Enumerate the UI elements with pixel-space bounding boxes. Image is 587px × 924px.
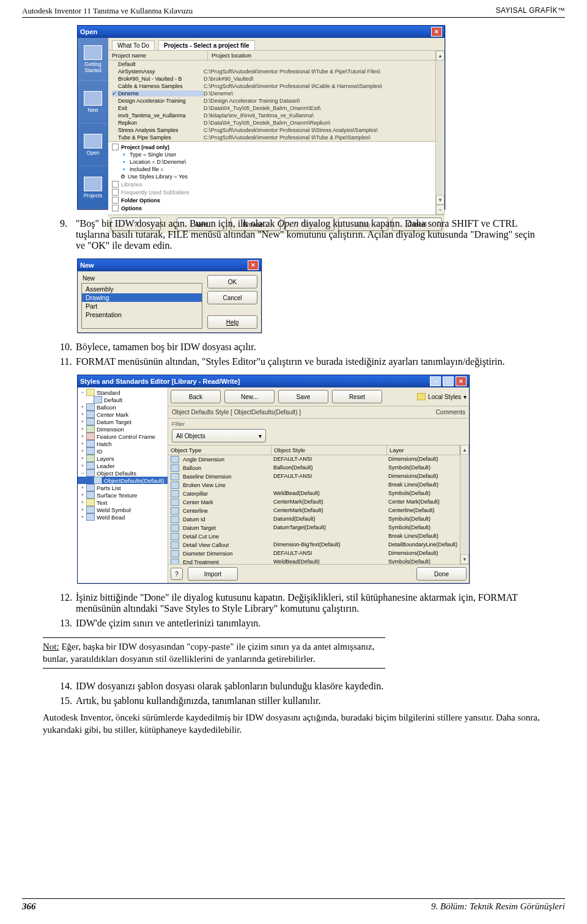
scroll-up-icon[interactable]: ▲ xyxy=(460,445,469,455)
new-type-item[interactable]: Drawing xyxy=(82,293,202,302)
styles-editor-titlebar[interactable]: Styles and Standards Editor [Library - R… xyxy=(78,375,469,387)
expand-icon[interactable] xyxy=(112,189,119,196)
scroll-down-icon[interactable]: ▼ xyxy=(460,554,469,564)
tree-node[interactable]: +Dimension xyxy=(78,425,168,433)
expand-icon[interactable] xyxy=(112,181,119,188)
col-layer[interactable]: Layer xyxy=(387,446,460,455)
project-row[interactable]: Cable & Harness SamplesC:\ProgSoft\Autod… xyxy=(108,82,435,90)
tab-projects[interactable]: Projects - Select a project file xyxy=(158,40,255,50)
tab-what-to-do[interactable]: What To Do xyxy=(112,40,155,50)
object-default-row[interactable]: Detail View CalloutDimension-BigText(Def… xyxy=(168,541,460,549)
sidebar-item-open[interactable]: Open xyxy=(78,123,108,166)
object-default-row[interactable]: BalloonBalloon(Default)Symbols(Default) xyxy=(168,464,460,472)
help-button[interactable]: Help xyxy=(207,315,257,329)
tree-node[interactable]: +Hatch xyxy=(78,440,168,447)
back-button[interactable]: Back xyxy=(171,390,221,403)
tree-node[interactable]: +Weld Bead xyxy=(78,513,168,521)
ok-button[interactable]: OK xyxy=(207,275,257,288)
done-button[interactable]: Done xyxy=(416,567,467,581)
new-dialog-titlebar[interactable]: New ✕ xyxy=(78,259,261,271)
col-project-location[interactable]: Project location xyxy=(208,51,435,60)
gear-icon: ⚙ xyxy=(120,174,125,180)
tree-node[interactable]: +Balloon xyxy=(78,403,168,411)
styles-tree[interactable]: −StandardDefault+Balloon+Center Mark+Dat… xyxy=(78,387,168,583)
new-style-button[interactable]: New... xyxy=(224,390,275,403)
project-row[interactable]: AirSystemAssyC:\ProgSoft\Autodesk\Invent… xyxy=(108,68,435,75)
minimize-icon[interactable]: – xyxy=(430,376,441,386)
object-default-row[interactable]: Baseline DimensionDEFAULT-ANSIDimensions… xyxy=(168,472,460,481)
collapse-icon[interactable] xyxy=(112,144,119,150)
object-default-row[interactable]: Detail Cut LineBreak Lines(Default) xyxy=(168,532,460,541)
close-icon[interactable]: ✕ xyxy=(431,27,442,37)
object-default-row[interactable]: Broken View LineBreak Lines(Default) xyxy=(168,481,460,490)
local-styles-dropdown[interactable]: Local Styles ▾ xyxy=(417,393,467,400)
project-row[interactable]: Stress Analysis SamplesC:\ProgSoft\Autod… xyxy=(108,127,435,134)
object-default-row[interactable]: Datum IdDatumId(Default)Symbols(Default) xyxy=(168,515,460,524)
import-button[interactable]: Import xyxy=(188,567,238,581)
col-object-style[interactable]: Object Style xyxy=(271,446,387,455)
sidebar-item-getting-started[interactable]: Getting Started xyxy=(78,38,108,81)
filter-dropdown[interactable]: All Objects ▾ xyxy=(172,429,266,442)
new-type-item[interactable]: Assembly xyxy=(82,285,202,293)
tree-node[interactable]: +Leader xyxy=(78,462,168,469)
project-row[interactable]: Brok#90_Nut - Vaulted - BD:\brok#90_Vaul… xyxy=(108,75,435,82)
tree-node[interactable]: +Surface Texture xyxy=(78,491,168,499)
tree-node[interactable]: +ID xyxy=(78,447,168,455)
tree-node[interactable]: +Weld Symbol xyxy=(78,506,168,513)
sidebar-item-projects[interactable]: Projects xyxy=(78,166,108,209)
project-row[interactable]: ✓DenemeD:\Deneme\ xyxy=(108,90,435,97)
tree-node[interactable]: +Center Mark xyxy=(78,411,168,418)
new-type-item[interactable]: Part xyxy=(82,302,202,310)
collapse-panel-icon[interactable]: » xyxy=(436,205,445,215)
maximize-icon[interactable]: □ xyxy=(443,376,454,386)
close-icon[interactable]: ✕ xyxy=(248,260,259,270)
object-default-row[interactable]: Angle DimensionDEFAULT-ANSIDimensions(De… xyxy=(168,455,460,464)
tree-node[interactable]: −Object Defaults xyxy=(78,469,168,477)
open-dialog-titlebar[interactable]: Open ✕ xyxy=(78,26,445,38)
col-project-name[interactable]: Project name xyxy=(108,51,208,60)
object-defaults-table[interactable]: Angle DimensionDEFAULT-ANSIDimensions(De… xyxy=(168,455,460,564)
scrollbar[interactable]: ▲ ▼ » xyxy=(435,51,445,215)
tree-node[interactable]: +Text xyxy=(78,499,168,506)
object-default-row[interactable]: Diameter DimensionDEFAULT-ANSIDimensions… xyxy=(168,549,460,558)
styles-editor-title: Styles and Standards Editor [Library - R… xyxy=(80,378,240,385)
tree-node[interactable]: +Datum Target xyxy=(78,418,168,425)
scroll-up-icon[interactable]: ▲ xyxy=(436,51,445,61)
scrollbar[interactable]: ▲ ▼ xyxy=(460,445,469,564)
tree-node[interactable]: +Layers xyxy=(78,455,168,462)
expand-icon[interactable] xyxy=(112,205,119,211)
sidebar-item-new[interactable]: New xyxy=(78,81,108,123)
project-row[interactable]: Default xyxy=(108,61,435,68)
expand-icon[interactable] xyxy=(112,197,119,204)
tree-node[interactable]: Default xyxy=(78,396,168,403)
tree-node[interactable]: ObjectDefaults(Default) xyxy=(78,477,168,484)
header-rule xyxy=(22,17,565,18)
project-row[interactable]: ExitD:\Data\04_Tuy\05_Destek_Balım_Onarı… xyxy=(108,105,435,112)
save-style-button[interactable]: Save xyxy=(278,390,328,403)
detail-included[interactable]: Included file = xyxy=(130,166,164,172)
project-row[interactable]: Design Accelerator-TrainingD:\Design Acc… xyxy=(108,97,435,105)
tree-node[interactable]: +Feature Control Frame xyxy=(78,433,168,440)
reset-button[interactable]: Reset xyxy=(332,390,382,403)
project-row[interactable]: RepkonD:\Data\04_Tuy\05_Destek_Balım_Ona… xyxy=(108,119,435,127)
tree-node[interactable]: +Parts List xyxy=(78,484,168,491)
project-row[interactable]: Inv9_Tanitma_ve_KullanmaD:\kitaplar\inv_… xyxy=(108,112,435,119)
close-icon[interactable]: ✕ xyxy=(456,376,467,386)
scroll-down-icon[interactable]: ▼ xyxy=(436,195,445,205)
project-row[interactable]: Tube & Pipe SamplesC:\ProgSoft\Autodesk\… xyxy=(108,134,435,141)
help-button[interactable]: ? xyxy=(171,568,183,580)
new-type-item[interactable]: Presentation xyxy=(82,310,202,319)
object-default-row[interactable]: Center MarkCenterMark(Default)Center Mar… xyxy=(168,498,460,507)
object-default-row[interactable]: Datum TargetDatumTarget(Default)Symbols(… xyxy=(168,524,460,532)
closing-paragraph: Autodesk Inventor, önceki sürümlerde kay… xyxy=(43,711,544,736)
object-default-row[interactable]: End TreatmentWeldBead(Default)Symbols(De… xyxy=(168,558,460,564)
flag-icon xyxy=(417,393,426,400)
cancel-button[interactable]: Cancel xyxy=(207,291,257,304)
new-type-list[interactable]: AssemblyDrawingPartPresentation xyxy=(81,283,202,329)
object-default-row[interactable]: CaterpillarWeldBead(Default)Symbols(Defa… xyxy=(168,490,460,498)
object-default-row[interactable]: CenterlineCenterMark(Default)Centerline(… xyxy=(168,507,460,515)
col-object-type[interactable]: Object Type xyxy=(168,446,271,455)
tree-node[interactable]: −Standard xyxy=(78,389,168,396)
projects-list[interactable]: DefaultAirSystemAssyC:\ProgSoft\Autodesk… xyxy=(108,61,435,141)
chevron-down-icon: ▾ xyxy=(259,433,262,439)
